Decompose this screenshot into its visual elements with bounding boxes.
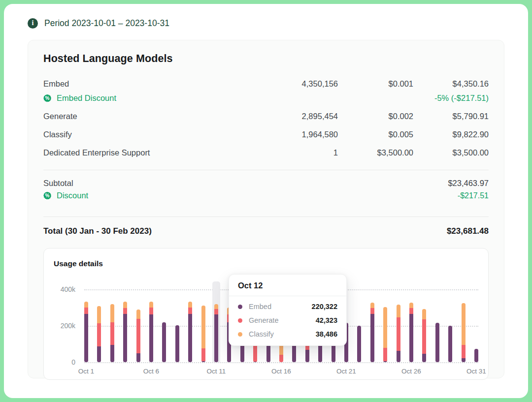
table-row-enterprise-support: Dedicated Enterprise Support 1 $3,500.00… — [43, 144, 489, 162]
classify-segment — [110, 304, 114, 322]
y-axis-tick: 200k — [61, 322, 75, 330]
bar-oct-4[interactable] — [123, 302, 127, 362]
bar-oct-5[interactable] — [136, 309, 140, 362]
generate-segment — [409, 308, 413, 314]
tooltip-row-generate: Generate 42,323 — [238, 316, 337, 324]
bar-oct-10[interactable] — [201, 306, 205, 362]
discount-row: % Discount -$217.51 — [43, 188, 489, 209]
generate-segment — [462, 345, 466, 358]
embed-segment — [84, 314, 88, 362]
generate-segment — [383, 348, 387, 361]
bar-oct-23[interactable] — [370, 303, 374, 362]
subtotal-label: Subtotal — [43, 179, 448, 188]
total-amount: $23,681.48 — [447, 226, 489, 236]
x-axis-tick: Oct 31 — [466, 368, 486, 375]
row-label: Classify — [43, 130, 259, 139]
generate-segment — [110, 322, 114, 345]
discount-amount: -$217.51 — [458, 191, 489, 200]
tooltip-row-embed: Embed 220,322 — [238, 303, 337, 310]
generate-segment — [136, 319, 140, 353]
bar-oct-25[interactable] — [397, 305, 400, 362]
bar-oct-8[interactable] — [175, 325, 179, 362]
embed-discount-label[interactable]: Embed Discount — [57, 93, 116, 103]
x-axis-labels: Oct 1Oct 6Oct 11Oct 16Oct 21Oct 26Oct 31 — [84, 368, 478, 377]
generate-segment — [370, 308, 374, 314]
generate-segment — [279, 355, 283, 362]
bar-oct-2[interactable] — [97, 306, 101, 362]
generate-segment — [422, 319, 426, 354]
embed-segment — [188, 314, 192, 362]
embed-segment — [397, 351, 400, 362]
row-qty: 1,964,580 — [259, 130, 338, 139]
bar-oct-7[interactable] — [162, 322, 166, 362]
row-unit-price: $0.005 — [338, 130, 413, 139]
bar-oct-30[interactable] — [462, 303, 466, 362]
embed-segment — [97, 346, 101, 362]
row-label: Generate — [43, 112, 259, 121]
embed-segment — [370, 314, 374, 362]
bar-oct-29[interactable] — [448, 326, 452, 362]
embed-segment — [175, 325, 179, 362]
discount-label[interactable]: Discount — [57, 191, 88, 200]
usage-chart-title: Usage details — [53, 257, 479, 268]
bar-oct-26[interactable] — [409, 303, 413, 362]
embed-segment — [162, 322, 166, 362]
embed-segment — [123, 314, 127, 362]
bar-oct-24[interactable] — [383, 307, 387, 362]
classify-segment — [97, 306, 101, 323]
bar-oct-22[interactable] — [357, 326, 361, 362]
tooltip-date: Oct 12 — [229, 275, 346, 296]
bar-oct-28[interactable] — [435, 323, 439, 362]
row-label: Embed — [43, 79, 259, 89]
bar-oct-11[interactable] — [214, 304, 218, 362]
classify-segment — [201, 306, 205, 348]
total-row: Total (30 Jan - 30 Feb 2023) $23,681.48 — [43, 217, 489, 248]
info-icon: i — [28, 18, 38, 29]
embed-segment — [474, 349, 478, 362]
billing-period-label: Period 2023-10-01 – 2023-10-31 — [44, 18, 169, 29]
embed-segment — [422, 354, 426, 362]
embed-discount-value: -5% (-$217.51) — [259, 93, 489, 103]
gridline-0 — [84, 362, 478, 363]
bar-oct-31[interactable] — [474, 349, 478, 362]
generate-segment — [123, 308, 127, 314]
x-axis-tick: Oct 16 — [271, 368, 291, 375]
y-axis-tick: 400k — [61, 285, 75, 293]
row-qty: 1 — [259, 148, 338, 157]
embed-segment — [462, 358, 466, 363]
row-unit-price: $3,500.00 — [338, 148, 413, 157]
x-axis-tick: Oct 26 — [401, 368, 421, 375]
generate-segment — [97, 323, 101, 346]
x-axis-tick: Oct 6 — [143, 368, 159, 375]
series-label: Generate — [249, 316, 316, 324]
row-amount: $4,350.16 — [413, 79, 489, 89]
bar-oct-27[interactable] — [422, 309, 426, 362]
classify-segment — [188, 302, 192, 308]
series-value: 220,322 — [312, 303, 337, 310]
embed-series-dot-icon — [238, 305, 242, 309]
bar-oct-6[interactable] — [149, 302, 153, 362]
classify-segment — [149, 302, 153, 308]
classify-segment — [84, 302, 88, 308]
row-amount: $9,822.90 — [413, 130, 489, 139]
generate-segment — [201, 348, 205, 362]
classify-series-dot-icon — [238, 332, 242, 337]
row-qty: 2,895,454 — [259, 112, 338, 121]
table-row-classify: Classify 1,964,580 $0.005 $9,822.90 — [43, 125, 489, 144]
series-value: 38,486 — [316, 330, 337, 338]
bar-oct-9[interactable] — [188, 302, 192, 362]
row-unit-price: $0.002 — [338, 112, 413, 121]
tooltip-row-classify: Classify 38,486 — [238, 330, 337, 338]
row-label: Dedicated Enterprise Support — [43, 148, 259, 157]
x-axis-tick: Oct 11 — [207, 368, 226, 375]
classify-segment — [397, 305, 400, 317]
series-label: Embed — [249, 303, 312, 310]
generate-segment — [84, 308, 88, 314]
bar-oct-3[interactable] — [110, 304, 114, 362]
classify-segment — [214, 304, 218, 309]
billing-period: i Period 2023-10-01 – 2023-10-31 — [28, 17, 504, 30]
bar-oct-1[interactable] — [84, 302, 88, 362]
embed-segment — [214, 314, 218, 362]
embed-segment — [448, 326, 452, 362]
usage-chart-card: Usage details 400k 200k 0 Oct 1Oct 6Oct … — [43, 248, 489, 380]
